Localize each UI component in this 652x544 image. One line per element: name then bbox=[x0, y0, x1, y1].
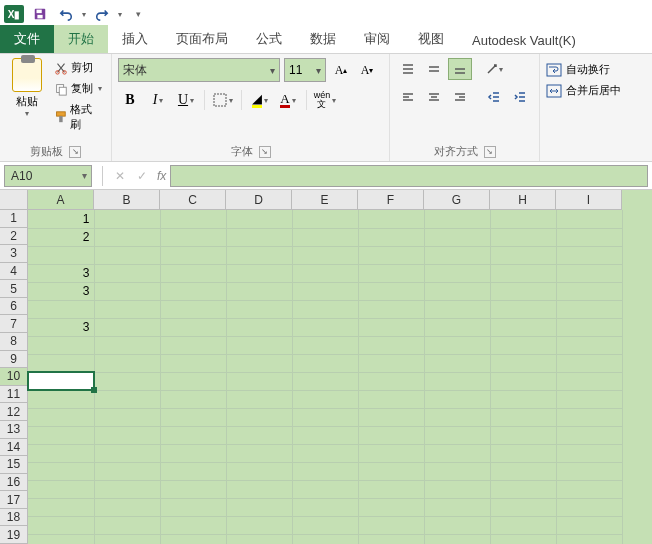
cell[interactable] bbox=[160, 318, 226, 336]
cell[interactable] bbox=[358, 426, 424, 444]
cell[interactable] bbox=[490, 282, 556, 300]
cell[interactable] bbox=[226, 390, 292, 408]
cell[interactable] bbox=[424, 462, 490, 480]
paste-button[interactable]: 粘贴 ▾ bbox=[6, 58, 48, 118]
cell[interactable] bbox=[226, 300, 292, 318]
cell[interactable] bbox=[94, 318, 160, 336]
cell[interactable] bbox=[424, 264, 490, 282]
cell[interactable] bbox=[94, 372, 160, 390]
cell[interactable]: 3 bbox=[28, 318, 94, 336]
cell[interactable] bbox=[28, 354, 94, 372]
cell[interactable] bbox=[556, 336, 622, 354]
cell[interactable] bbox=[94, 264, 160, 282]
row-header[interactable]: 16 bbox=[0, 474, 28, 492]
align-middle-button[interactable] bbox=[422, 58, 446, 80]
cell[interactable] bbox=[556, 498, 622, 516]
cell[interactable] bbox=[556, 228, 622, 246]
cell[interactable] bbox=[226, 336, 292, 354]
row-header[interactable]: 18 bbox=[0, 509, 28, 527]
enter-formula-button[interactable]: ✓ bbox=[131, 166, 153, 186]
cell[interactable] bbox=[292, 408, 358, 426]
column-header[interactable]: F bbox=[358, 190, 424, 210]
cell[interactable] bbox=[226, 444, 292, 462]
underline-button[interactable]: U bbox=[174, 88, 198, 112]
merge-center-button[interactable]: 合并后居中 bbox=[546, 83, 646, 98]
formula-input[interactable] bbox=[170, 165, 648, 187]
cell[interactable] bbox=[94, 246, 160, 264]
cell[interactable] bbox=[160, 390, 226, 408]
cell[interactable] bbox=[358, 480, 424, 498]
cut-button[interactable]: 剪切 bbox=[52, 58, 105, 77]
cell[interactable] bbox=[226, 354, 292, 372]
cell[interactable]: 1 bbox=[28, 210, 94, 228]
column-header[interactable]: H bbox=[490, 190, 556, 210]
cell[interactable] bbox=[94, 534, 160, 544]
cell[interactable] bbox=[94, 336, 160, 354]
cell[interactable] bbox=[556, 282, 622, 300]
copy-button[interactable]: 复制▾ bbox=[52, 79, 105, 98]
cell[interactable] bbox=[490, 354, 556, 372]
column-header[interactable]: E bbox=[292, 190, 358, 210]
cell[interactable] bbox=[292, 516, 358, 534]
borders-button[interactable] bbox=[211, 88, 235, 112]
cell[interactable] bbox=[28, 516, 94, 534]
cell[interactable] bbox=[28, 444, 94, 462]
cell[interactable] bbox=[160, 228, 226, 246]
cell[interactable] bbox=[358, 246, 424, 264]
row-header[interactable]: 5 bbox=[0, 280, 28, 298]
cell[interactable] bbox=[292, 462, 358, 480]
cell[interactable] bbox=[94, 444, 160, 462]
cell[interactable] bbox=[226, 228, 292, 246]
cell[interactable] bbox=[556, 516, 622, 534]
cells-area[interactable]: 12333 bbox=[28, 210, 623, 544]
cell[interactable] bbox=[292, 498, 358, 516]
cell[interactable] bbox=[28, 426, 94, 444]
cell[interactable] bbox=[28, 300, 94, 318]
cell[interactable] bbox=[424, 246, 490, 264]
tab-home[interactable]: 开始 bbox=[54, 25, 108, 53]
cell[interactable] bbox=[556, 372, 622, 390]
row-header[interactable]: 4 bbox=[0, 263, 28, 281]
cell[interactable] bbox=[292, 318, 358, 336]
cell[interactable] bbox=[160, 246, 226, 264]
cell[interactable]: 2 bbox=[28, 228, 94, 246]
cell[interactable] bbox=[358, 282, 424, 300]
cell[interactable] bbox=[490, 426, 556, 444]
cell[interactable] bbox=[556, 480, 622, 498]
tab-autodesk-vault[interactable]: Autodesk Vault(K) bbox=[458, 28, 590, 53]
cell[interactable] bbox=[226, 318, 292, 336]
row-header[interactable]: 12 bbox=[0, 403, 28, 421]
cell[interactable] bbox=[490, 462, 556, 480]
cell[interactable] bbox=[490, 336, 556, 354]
cell[interactable] bbox=[94, 426, 160, 444]
font-dialog-launcher[interactable]: ↘ bbox=[259, 146, 271, 158]
fx-icon[interactable]: fx bbox=[157, 169, 166, 183]
cell[interactable] bbox=[556, 426, 622, 444]
cell[interactable] bbox=[556, 300, 622, 318]
row-header[interactable]: 13 bbox=[0, 421, 28, 439]
cell[interactable] bbox=[424, 516, 490, 534]
cell[interactable] bbox=[490, 516, 556, 534]
cell[interactable] bbox=[160, 300, 226, 318]
row-header[interactable]: 7 bbox=[0, 315, 28, 333]
format-painter-button[interactable]: 格式刷 bbox=[52, 100, 105, 134]
cell[interactable] bbox=[226, 462, 292, 480]
row-header[interactable]: 9 bbox=[0, 351, 28, 369]
cell[interactable] bbox=[226, 210, 292, 228]
fill-color-button[interactable]: ◢ bbox=[248, 88, 272, 112]
cell[interactable] bbox=[358, 264, 424, 282]
wrap-text-button[interactable]: 自动换行 bbox=[546, 62, 646, 77]
cell[interactable] bbox=[226, 534, 292, 544]
cell[interactable] bbox=[160, 372, 226, 390]
cell[interactable] bbox=[94, 390, 160, 408]
cell[interactable] bbox=[424, 210, 490, 228]
cell[interactable] bbox=[28, 480, 94, 498]
row-header[interactable]: 6 bbox=[0, 298, 28, 316]
cell[interactable] bbox=[490, 534, 556, 544]
cell[interactable] bbox=[94, 282, 160, 300]
cell[interactable] bbox=[424, 480, 490, 498]
cell[interactable] bbox=[556, 354, 622, 372]
cell[interactable] bbox=[160, 480, 226, 498]
row-header[interactable]: 19 bbox=[0, 526, 28, 544]
cell[interactable] bbox=[292, 336, 358, 354]
